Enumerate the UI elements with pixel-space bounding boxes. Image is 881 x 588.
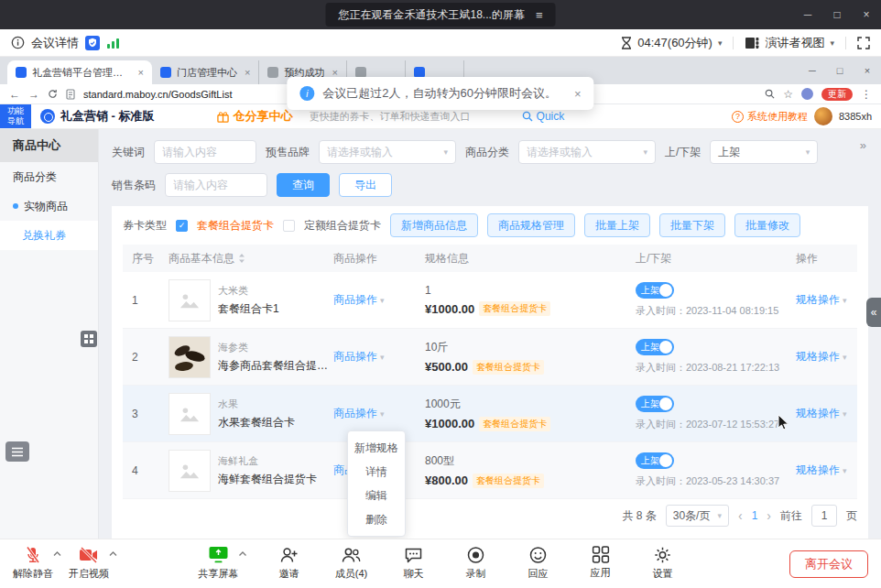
spec-info-cell: 1000元 ¥1000.00套餐组合提货卡: [425, 397, 636, 431]
apps-button[interactable]: 应用: [581, 546, 621, 581]
browser-close-button[interactable]: ×: [854, 65, 881, 76]
browser-update-badge[interactable]: 更新: [821, 88, 853, 101]
network-signal-icon[interactable]: [106, 37, 121, 49]
keyword-input[interactable]: [162, 146, 248, 158]
spec-op-dropdown[interactable]: 规格操作▾: [796, 349, 857, 365]
function-nav-button[interactable]: 功能 导航: [0, 104, 31, 128]
product-op-dropdown[interactable]: 商品操作▾: [333, 349, 425, 365]
batch-on-shelf-button[interactable]: 批量上架: [584, 213, 650, 237]
fullscreen-icon[interactable]: [857, 37, 870, 49]
banner-menu-icon[interactable]: ≡: [536, 8, 543, 22]
leave-meeting-button[interactable]: 离开会议: [789, 550, 868, 578]
sidebar-item-physical-goods[interactable]: 实物商品: [0, 191, 98, 221]
settings-button[interactable]: 设置: [643, 546, 683, 581]
header-product-info[interactable]: 商品基本信息: [169, 251, 333, 267]
view-chevron-icon[interactable]: ▾: [830, 38, 834, 48]
info-icon[interactable]: [11, 36, 25, 49]
share-screen-button[interactable]: 共享屏幕: [199, 546, 239, 581]
unmute-button[interactable]: 解除静音: [13, 546, 53, 581]
shelf-toggle[interactable]: 上架: [636, 339, 674, 355]
mic-options-caret-icon[interactable]: [53, 551, 61, 557]
prev-page-button[interactable]: ‹: [738, 508, 743, 523]
goto-page-input[interactable]: [811, 505, 837, 527]
spec-op-dropdown[interactable]: 规格操作▾: [796, 406, 857, 421]
fixed-card-checkbox[interactable]: [283, 220, 295, 232]
invite-button[interactable]: 邀请: [269, 546, 310, 581]
members-button[interactable]: 成员(4): [332, 546, 372, 581]
spec-op-dropdown[interactable]: 规格操作▾: [796, 292, 857, 308]
product-op-dropdown-open[interactable]: 商品操作▾: [333, 406, 425, 421]
refresh-icon[interactable]: [48, 89, 58, 99]
tutorial-link[interactable]: ? 系统使用教程: [732, 110, 808, 124]
app-logo[interactable]: 礼盒营销 - 标准版: [40, 108, 155, 125]
next-page-button[interactable]: ›: [767, 508, 771, 523]
sort-icon[interactable]: [238, 253, 245, 264]
sidebar-item-product-center[interactable]: 商品中心: [0, 129, 98, 162]
forward-icon[interactable]: →: [28, 88, 39, 101]
category-select[interactable]: 请选择或输入 ▾: [518, 140, 656, 164]
record-button[interactable]: 录制: [456, 546, 496, 581]
minimize-button[interactable]: ─: [793, 0, 822, 29]
screen-grid-tool-button[interactable]: [81, 331, 97, 347]
react-button[interactable]: 回应: [518, 546, 559, 581]
close-button[interactable]: ×: [852, 0, 881, 29]
spec-op-dropdown[interactable]: 规格操作▾: [796, 463, 857, 478]
screen-list-tool-button[interactable]: [5, 441, 29, 462]
product-op-dropdown[interactable]: 商品操作▾: [333, 292, 425, 308]
batch-edit-button[interactable]: 批量修改: [734, 213, 800, 237]
menu-item-delete[interactable]: 删除: [348, 507, 405, 531]
meeting-details-label[interactable]: 会议详情: [31, 35, 79, 51]
add-product-button[interactable]: 新增商品信息: [390, 213, 478, 237]
tutorial-label: 系统使用教程: [747, 110, 808, 124]
shelf-toggle[interactable]: 上架: [636, 396, 674, 412]
tab-close-icon[interactable]: ×: [245, 67, 250, 78]
browser-minimize-button[interactable]: ─: [799, 65, 826, 76]
collapse-panel-icon[interactable]: »: [860, 138, 866, 152]
combo-card-checkbox-label[interactable]: 套餐组合提货卡: [197, 218, 274, 234]
right-collapse-handle[interactable]: «: [866, 298, 881, 327]
video-options-caret-icon[interactable]: [109, 551, 117, 557]
row-number: 4: [123, 464, 169, 477]
shelf-toggle[interactable]: 上架: [636, 452, 674, 469]
sidebar-item-product-category[interactable]: 商品分类: [0, 162, 98, 191]
timer-chevron-icon[interactable]: ▾: [718, 38, 723, 48]
browser-menu-dots-icon[interactable]: ⋮: [861, 88, 872, 101]
search-button[interactable]: 查询: [277, 173, 330, 197]
menu-item-add-spec[interactable]: 新增规格: [348, 436, 405, 460]
menu-item-details[interactable]: 详情: [348, 460, 405, 484]
tab-store-center[interactable]: 门店管理中心 ×: [152, 60, 259, 84]
user-avatar[interactable]: [814, 107, 832, 125]
product-name: 海参商品套餐组合提货卡: [218, 358, 333, 374]
browser-maximize-button[interactable]: □: [826, 65, 854, 76]
view-mode-label[interactable]: 演讲者视图: [765, 35, 824, 51]
batch-off-shelf-button[interactable]: 批量下架: [659, 213, 725, 237]
page-number-current[interactable]: 1: [752, 509, 758, 522]
barcode-input[interactable]: [173, 179, 259, 191]
page-size-select[interactable]: 30条/页 ▾: [666, 505, 729, 527]
zoom-icon[interactable]: [765, 89, 775, 99]
spec-manage-button[interactable]: 商品规格管理: [487, 213, 575, 237]
sidebar-item-gift-voucher[interactable]: 兑换礼券: [0, 221, 98, 250]
menu-item-edit[interactable]: 编辑: [348, 484, 405, 507]
toast-close-icon[interactable]: ×: [574, 87, 582, 101]
share-options-caret-icon[interactable]: [239, 551, 247, 557]
quick-search-link[interactable]: Quick: [522, 110, 565, 123]
export-button[interactable]: 导出: [339, 173, 392, 197]
chat-button[interactable]: 聊天: [394, 546, 434, 581]
brand-label: 预售品牌: [266, 145, 310, 160]
start-video-button[interactable]: 开启视频: [69, 546, 109, 581]
settings-label: 设置: [653, 567, 673, 581]
shelf-select[interactable]: 上架 ▾: [710, 140, 818, 164]
browser-profile-icon[interactable]: [801, 88, 813, 100]
tab-giftbox-admin[interactable]: 礼盒营销平台管理中... ×: [7, 60, 152, 84]
tab-close-icon[interactable]: ×: [138, 67, 144, 78]
maximize-button[interactable]: □: [822, 0, 852, 29]
share-center-link[interactable]: 仓分享中心: [217, 108, 293, 125]
combo-card-checkbox[interactable]: ✓: [176, 220, 188, 232]
fixed-card-checkbox-label[interactable]: 定额组合提货卡: [304, 218, 381, 234]
brand-select[interactable]: 请选择或输入 ▾: [319, 140, 456, 164]
shelf-toggle[interactable]: 上架: [636, 282, 674, 299]
bookmark-star-icon[interactable]: ☆: [783, 88, 793, 101]
security-shield-icon[interactable]: [85, 36, 100, 50]
back-icon[interactable]: ←: [9, 88, 20, 101]
